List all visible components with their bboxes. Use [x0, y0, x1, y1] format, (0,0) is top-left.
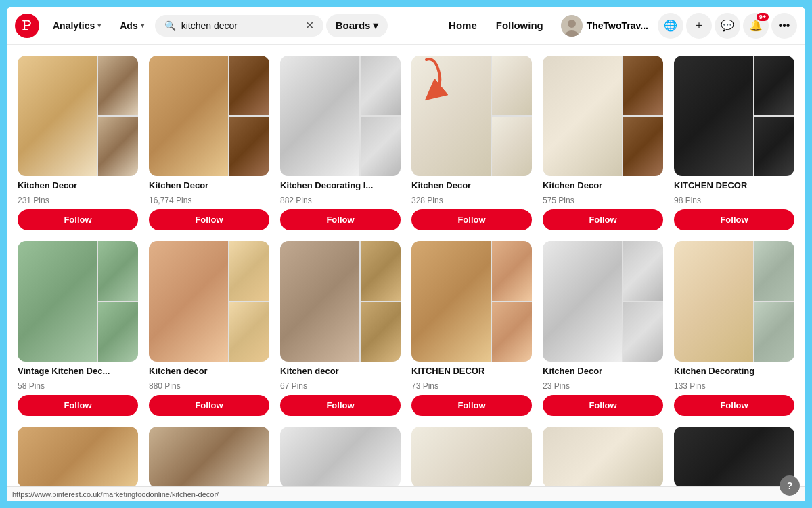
board-thumb-image-2 — [623, 117, 663, 176]
board-thumb-image-1 — [623, 56, 663, 115]
board-title: Kitchen Decor — [543, 180, 663, 192]
follow-button[interactable]: Follow — [18, 209, 138, 230]
board-main-image[interactable] — [149, 56, 228, 176]
board-thumb-image-2 — [361, 302, 401, 362]
pinterest-logo[interactable]: 𝙿 — [15, 14, 39, 38]
board-pins-count: 58 Pins — [18, 381, 138, 391]
board-pins-count: 880 Pins — [149, 381, 269, 391]
board-main-image[interactable] — [674, 56, 753, 176]
board-card: Kitchen decor67 PinsFollow — [280, 241, 401, 416]
follow-button[interactable]: Follow — [411, 395, 532, 416]
preview-card[interactable] — [149, 427, 269, 488]
board-images — [149, 56, 269, 176]
follow-button[interactable]: Follow — [674, 395, 794, 416]
ads-label: Ads — [120, 20, 137, 31]
board-pins-count: 98 Pins — [674, 196, 794, 205]
board-card: Vintage Kitchen Dec...58 PinsFollow — [18, 241, 138, 416]
board-title: Kitchen decor — [280, 366, 401, 377]
navbar: 𝙿 Analytics ▾ Ads ▾ 🔍 ✕ Boards ▾ Home Fo… — [7, 7, 805, 45]
board-pins-count: 23 Pins — [543, 381, 663, 391]
board-thumb-image-1 — [229, 56, 269, 115]
boards-button[interactable]: Boards ▾ — [326, 14, 388, 37]
follow-button[interactable]: Follow — [674, 209, 794, 230]
board-title: Kitchen Decorating I... — [280, 180, 401, 192]
board-images — [543, 56, 663, 176]
user-label: TheTwoTrav... — [587, 20, 648, 31]
search-clear-button[interactable]: ✕ — [305, 20, 314, 31]
board-images — [411, 56, 532, 176]
board-title: KITCHEN DECOR — [411, 366, 532, 377]
preview-card[interactable] — [543, 427, 663, 488]
boards-row-1: Kitchen Decor231 PinsFollowKitchen Decor… — [12, 56, 800, 230]
follow-button[interactable]: Follow — [280, 209, 401, 230]
board-title: KITCHEN DECOR — [674, 180, 794, 192]
follow-button[interactable]: Follow — [280, 395, 401, 416]
avatar — [561, 15, 583, 37]
board-card: Kitchen decor880 PinsFollow — [149, 241, 269, 416]
notifications-button[interactable]: 🔔 9+ — [743, 13, 769, 39]
board-thumb-image-2 — [623, 302, 663, 362]
user-menu[interactable]: TheTwoTrav... — [554, 12, 655, 39]
board-thumb-image-1 — [98, 56, 138, 115]
board-card: Kitchen Decorating I...882 PinsFollow — [280, 56, 401, 230]
board-main-image[interactable] — [674, 241, 753, 362]
board-main-image[interactable] — [18, 56, 97, 176]
follow-button[interactable]: Follow — [149, 395, 269, 416]
board-pins-count: 133 Pins — [674, 381, 794, 391]
explore-button[interactable]: 🌐 — [658, 13, 683, 39]
more-options-button[interactable]: ••• — [771, 13, 797, 39]
board-thumb-image-2 — [98, 117, 138, 176]
boards-label: Boards — [336, 20, 371, 31]
follow-button[interactable]: Follow — [149, 209, 269, 230]
follow-button[interactable]: Follow — [543, 209, 663, 230]
board-images — [18, 241, 138, 362]
board-pins-count: 328 Pins — [411, 196, 532, 205]
board-card: KITCHEN DECOR73 PinsFollow — [411, 241, 532, 416]
board-title: Vintage Kitchen Dec... — [18, 366, 138, 377]
board-thumb-image-2 — [229, 117, 269, 176]
preview-card[interactable] — [280, 427, 401, 488]
following-link[interactable]: Following — [488, 14, 551, 37]
board-pins-count: 67 Pins — [280, 381, 401, 391]
board-main-image[interactable] — [280, 241, 359, 362]
board-title: Kitchen Decor — [543, 366, 663, 377]
board-main-image[interactable] — [149, 241, 228, 362]
follow-button[interactable]: Follow — [543, 395, 663, 416]
board-pins-count: 231 Pins — [18, 196, 138, 205]
board-thumb-image-2 — [492, 117, 532, 176]
boards-row-2: Vintage Kitchen Dec...58 PinsFollowKitch… — [12, 241, 800, 416]
analytics-label: Analytics — [53, 20, 95, 31]
board-title: Kitchen Decor — [411, 180, 532, 192]
board-main-image[interactable] — [411, 56, 491, 176]
board-thumb-image-1 — [361, 241, 401, 301]
home-link[interactable]: Home — [441, 14, 485, 37]
add-button[interactable]: ＋ — [686, 13, 712, 39]
board-main-image[interactable] — [543, 241, 622, 362]
board-main-image[interactable] — [411, 241, 491, 362]
board-main-image[interactable] — [18, 241, 97, 362]
main-content: Kitchen Decor231 PinsFollowKitchen Decor… — [7, 45, 805, 501]
analytics-menu[interactable]: Analytics ▾ — [45, 15, 109, 37]
preview-card[interactable] — [411, 427, 532, 488]
board-card: Kitchen Decor23 PinsFollow — [543, 241, 663, 416]
board-thumb-image-2 — [229, 302, 269, 362]
board-images — [411, 241, 532, 362]
follow-button[interactable]: Follow — [18, 395, 138, 416]
search-input[interactable] — [181, 20, 300, 31]
messages-button[interactable]: 💬 — [715, 13, 740, 39]
board-thumb-image-2 — [754, 302, 794, 362]
board-thumb-image-1 — [492, 241, 532, 301]
preview-card[interactable] — [18, 427, 138, 488]
follow-button[interactable]: Follow — [411, 209, 532, 230]
board-pins-count: 575 Pins — [543, 196, 663, 205]
board-images — [280, 56, 401, 176]
search-icon: 🔍 — [164, 20, 176, 31]
help-button[interactable]: ? — [780, 475, 800, 496]
board-thumb-image-1 — [754, 56, 794, 115]
board-main-image[interactable] — [543, 56, 622, 176]
ads-menu[interactable]: Ads ▾ — [112, 15, 152, 37]
board-main-image[interactable] — [280, 56, 359, 176]
board-card: Kitchen Decor575 PinsFollow — [543, 56, 663, 230]
preview-card[interactable] — [674, 427, 794, 488]
board-card: Kitchen Decor16,774 PinsFollow — [149, 56, 269, 230]
